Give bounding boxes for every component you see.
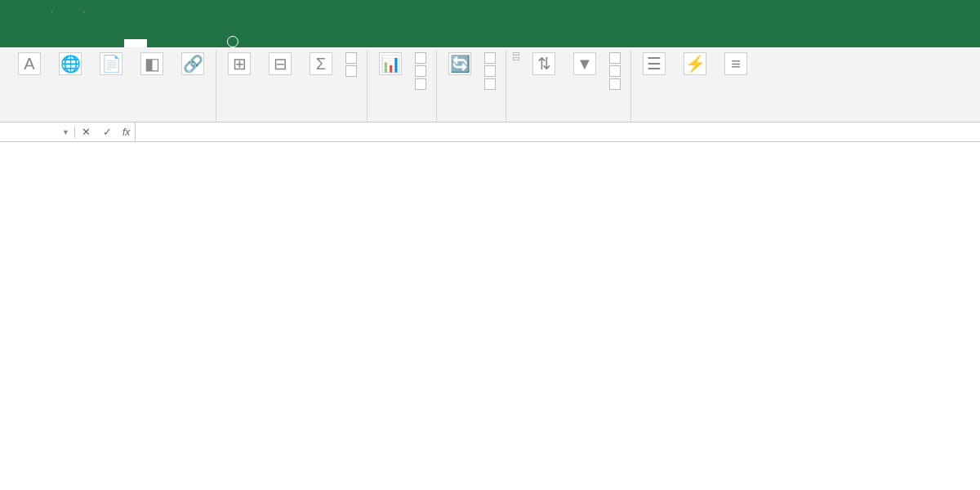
show-detail-icon [345,52,357,64]
from-web-button[interactable]: 🌐 [54,52,87,77]
refresh-all-button[interactable]: 🔄 [443,52,476,77]
sort-icon: ⇅ [532,52,555,75]
existing-conn-icon: 🔗 [181,52,204,75]
show-queries-button[interactable] [415,52,430,64]
other-sources-icon: ◧ [140,52,163,75]
name-box[interactable]: ▼ [0,127,75,138]
group-label-connections [443,115,499,120]
ungroup-icon: ⊟ [269,52,292,75]
filter-icon: ▼ [573,52,596,75]
formula-input[interactable] [136,131,980,134]
group-label-sort-filter [513,115,624,120]
qat-sep2: · [82,6,85,17]
refresh-icon: 🔄 [448,52,471,75]
remove-duplicates-button[interactable]: ≡ [719,52,752,77]
connections-icon [484,52,496,64]
sort-button[interactable]: ⇅ [528,52,560,77]
undo-icon[interactable] [29,5,42,18]
from-table-icon [415,65,426,77]
sort-az-button[interactable] [513,52,519,56]
tab-home[interactable] [33,39,56,47]
tab-insert[interactable] [56,39,78,47]
edit-links-icon [484,78,496,90]
group-sort-filter: ⇅ ▼ [506,51,631,122]
accept-formula-button[interactable]: ✓ [96,122,118,142]
formula-bar: ▼ ✕ ✓ fx [0,122,980,142]
reapply-button[interactable] [609,65,624,77]
tab-page-layout[interactable] [78,39,101,47]
tab-file[interactable] [10,39,33,47]
customize-qat-icon[interactable] [94,5,107,18]
web-icon: 🌐 [59,52,82,75]
show-detail-button[interactable] [345,52,360,64]
properties-icon [484,65,496,77]
cancel-formula-button[interactable]: ✕ [75,122,96,142]
tell-me-search[interactable] [227,36,243,47]
quick-access-toolbar: · · [0,5,107,18]
from-access-button[interactable]: A [13,52,46,77]
reapply-icon [609,65,621,77]
advanced-icon [609,78,621,90]
bulb-icon [227,36,238,47]
new-query-icon: 📊 [379,52,402,75]
subtotal-icon: Σ [310,52,332,75]
group-label-get-external [13,115,209,120]
group-button[interactable]: ⊞ [223,52,256,77]
hide-detail-button[interactable] [345,65,360,77]
ribbon: A 🌐 📄 ◧ 🔗 ⊞ ⊟ Σ 📊 [0,47,980,122]
name-box-dropdown-icon[interactable]: ▼ [62,128,69,136]
hide-detail-icon [345,65,357,77]
from-table-button[interactable] [415,65,430,77]
tab-data[interactable] [124,39,147,47]
group-get-external-data: A 🌐 📄 ◧ 🔗 [7,51,216,122]
group-get-transform: 📊 [368,51,437,122]
properties-button[interactable] [484,65,499,77]
save-icon[interactable] [8,5,21,18]
text-to-columns-button[interactable]: ☰ [638,52,670,77]
ungroup-button[interactable]: ⊟ [264,52,296,77]
tab-formulas[interactable] [101,39,124,47]
flash-fill-icon: ⚡ [684,52,706,75]
sort-za-button[interactable] [513,57,519,60]
group-label-data-tools [638,115,752,120]
tab-help[interactable] [193,39,216,47]
title-bar: · · [0,0,980,23]
qat-sep: · [51,6,53,17]
redo-icon[interactable] [61,5,74,18]
group-label-get-transform [374,115,430,120]
ribbon-tabs [0,23,980,47]
subtotal-button[interactable]: Σ [305,52,337,77]
show-queries-icon [415,52,426,64]
edit-links-button[interactable] [484,78,499,90]
tab-review[interactable] [147,39,170,47]
clear-button[interactable] [609,52,624,64]
existing-connections-button[interactable]: 🔗 [176,52,209,77]
remove-dup-icon: ≡ [724,52,747,75]
group-outline: ⊞ ⊟ Σ [216,51,368,122]
tab-view[interactable] [170,39,193,47]
new-query-button[interactable]: 📊 [374,52,407,77]
group-icon: ⊞ [228,52,251,75]
access-icon: A [18,52,41,75]
fx-icon[interactable]: fx [118,127,135,138]
text-to-columns-icon: ☰ [643,52,666,75]
advanced-button[interactable] [609,78,624,90]
connections-button[interactable] [484,52,499,64]
from-text-button[interactable]: 📄 [95,52,127,77]
group-label-outline [223,115,360,120]
group-data-tools: ☰ ⚡ ≡ [631,51,759,122]
group-connections: 🔄 [437,51,506,122]
filter-button[interactable]: ▼ [568,52,601,77]
from-other-sources-button[interactable]: ◧ [136,52,168,77]
text-icon: 📄 [100,52,122,75]
clear-icon [609,52,621,64]
flash-fill-button[interactable]: ⚡ [679,52,711,77]
recent-sources-icon [415,78,426,90]
recent-sources-button[interactable] [415,78,430,90]
